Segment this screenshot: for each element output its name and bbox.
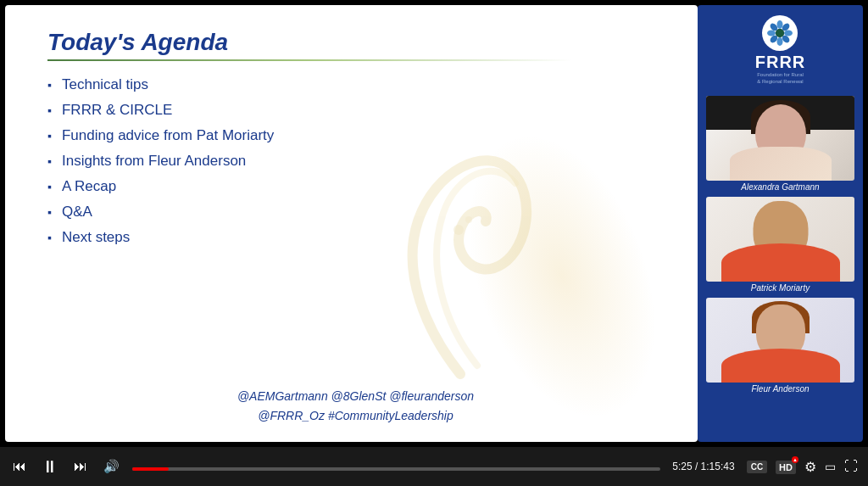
person-card-fleur: Fleur Anderson <box>706 298 854 394</box>
slide-area: Today's Agenda Technical tipsFRRR & CIRC… <box>0 0 868 447</box>
agenda-item-3: Insights from Fleur Anderson <box>47 153 664 170</box>
progress-bar[interactable] <box>132 467 660 471</box>
photo-alexandra <box>706 96 854 181</box>
frrr-subtitle: Foundation for Rural& Regional Renewal <box>757 72 804 86</box>
svg-point-3 <box>777 20 783 29</box>
hd-button[interactable]: HD ▲ <box>776 459 796 474</box>
svg-point-5 <box>784 31 793 36</box>
frrr-logo-circle <box>762 15 798 51</box>
agenda-item-4: A Recap <box>47 178 664 195</box>
controls-bar: ⏮ ⏸ ⏭ 🔊 5:25 / 1:15:43 CC HD ▲ ⚙ ▭ ⛶ <box>0 447 868 486</box>
time-display: 5:25 / 1:15:43 <box>672 461 734 472</box>
skip-back-button[interactable]: ⏮ <box>10 457 29 476</box>
slide-content: Today's Agenda Technical tipsFRRR & CIRC… <box>5 5 698 442</box>
agenda-item-1: FRRR & CIRCLE <box>47 102 664 119</box>
frrr-name: FRRR <box>755 53 806 72</box>
person-name-alexandra: Alexandra Gartmann <box>706 182 854 192</box>
controls-row <box>132 467 660 471</box>
svg-point-7 <box>777 37 783 46</box>
frrr-logo-area: FRRR Foundation for Rural& Regional Rene… <box>752 12 810 89</box>
slide-title: Today's Agenda <box>47 29 664 56</box>
fullscreen-button[interactable]: ⛶ <box>844 459 858 474</box>
skip-forward-button[interactable]: ⏭ <box>71 457 90 476</box>
frrr-flower-icon <box>765 18 795 48</box>
photo-fleur <box>706 298 854 383</box>
photo-patrick <box>706 197 854 282</box>
agenda-item-6: Next steps <box>47 229 664 246</box>
person-name-fleur: Fleur Anderson <box>706 384 854 394</box>
settings-icon[interactable]: ⚙ <box>804 459 816 475</box>
play-pause-button[interactable]: ⏸ <box>41 457 59 476</box>
social-handles: @AEMGartmann @8GlenSt @fleuranderson @FR… <box>47 387 664 425</box>
person-card-alexandra: Alexandra Gartmann <box>706 96 854 192</box>
progress-fill <box>132 467 169 471</box>
social-line2: @FRRR_Oz #CommunityLeadership <box>47 406 664 425</box>
cc-button[interactable]: CC <box>747 461 767 473</box>
fleur-shirt <box>721 349 840 383</box>
time-sep: / <box>693 461 701 472</box>
video-player: Today's Agenda Technical tipsFRRR & CIRC… <box>0 0 868 486</box>
social-line1: @AEMGartmann @8GlenSt @fleuranderson <box>47 387 664 405</box>
miniplayer-icon[interactable]: ▭ <box>825 460 836 473</box>
alex-shirt <box>730 147 832 181</box>
progress-row <box>132 462 660 471</box>
volume-button[interactable]: 🔊 <box>102 457 120 476</box>
svg-point-11 <box>776 29 784 37</box>
person-card-patrick: Patrick Moriarty <box>706 197 854 293</box>
agenda-list: Technical tipsFRRR & CIRCLEFunding advic… <box>47 76 664 380</box>
agenda-item-0: Technical tips <box>47 76 664 93</box>
right-panel: FRRR Foundation for Rural& Regional Rene… <box>698 5 863 442</box>
svg-point-9 <box>767 31 776 36</box>
agenda-item-2: Funding advice from Pat Moriarty <box>47 127 664 144</box>
agenda-item-5: Q&A <box>47 204 664 221</box>
hd-dot: ▲ <box>792 456 798 463</box>
title-underline <box>47 59 571 61</box>
person-name-patrick: Patrick Moriarty <box>706 283 854 293</box>
right-controls: CC HD ▲ ⚙ ▭ ⛶ <box>747 459 858 475</box>
total-time: 1:15:43 <box>701 461 735 472</box>
current-time: 5:25 <box>672 461 692 472</box>
pat-shirt <box>721 243 840 282</box>
